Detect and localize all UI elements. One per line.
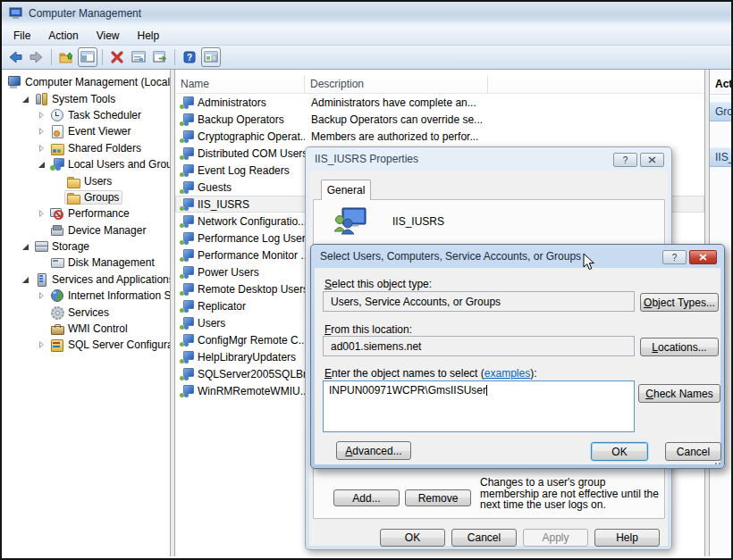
help-button[interactable]: Help <box>594 529 660 547</box>
tree-item-internet-information-services[interactable]: Internet Information Services <box>2 288 170 304</box>
close-icon[interactable] <box>689 250 717 264</box>
examples-link[interactable]: examples <box>484 367 530 380</box>
show-console-tree-button[interactable] <box>78 47 97 67</box>
tree-item-local-users-and-groups[interactable]: Local Users and Groups <box>2 156 170 172</box>
tree-item-performance[interactable]: Performance <box>2 205 170 221</box>
svg-text:?: ? <box>187 53 192 63</box>
tools-icon <box>34 93 48 105</box>
add-button[interactable]: Add... <box>333 489 400 506</box>
help-button[interactable]: ? <box>662 250 687 264</box>
help-button[interactable]: ? <box>180 47 199 67</box>
menu-view[interactable]: View <box>88 28 128 44</box>
object-type-field: Users, Service Accounts, or Groups <box>323 291 635 312</box>
properties-button[interactable] <box>129 47 148 67</box>
expander-open-icon[interactable] <box>20 240 32 253</box>
tree-item-storage[interactable]: Storage <box>2 238 170 255</box>
menu-bar: File Action View Help <box>2 26 731 46</box>
dialog-title: IIS_IUSRS Properties <box>315 153 418 165</box>
clock-icon <box>50 109 64 121</box>
expander-open-icon[interactable] <box>36 158 48 171</box>
expander-closed-icon[interactable] <box>36 339 48 351</box>
tree-item-event-viewer[interactable]: Event Viewer <box>2 123 170 139</box>
advanced-button[interactable]: Advanced... <box>336 441 411 460</box>
tree-item-sql-server-configuration[interactable]: SQL Server Configuration <box>2 337 170 353</box>
expander-spacer <box>36 322 48 335</box>
resize-grip[interactable] <box>719 463 720 464</box>
text-caret <box>486 385 487 396</box>
shared-folders-icon <box>50 142 64 155</box>
tree-item-disk-management[interactable]: Disk Management <box>2 255 170 271</box>
expander-open-icon[interactable] <box>20 273 32 286</box>
table-row[interactable]: Backup OperatorsBackup Operators can ove… <box>175 111 704 128</box>
object-names-input[interactable]: INPUN00971WCPR\GmsIISUser <box>323 380 635 432</box>
table-row[interactable]: Cryptographic Operat...Members are autho… <box>175 128 704 145</box>
group-icon <box>180 96 194 109</box>
expander-spacer <box>52 191 64 204</box>
column-header-name[interactable]: Name <box>175 75 305 93</box>
sql-icon <box>50 339 64 351</box>
expander-closed-icon[interactable] <box>36 142 48 155</box>
toolbar-separator <box>51 49 52 65</box>
menu-action[interactable]: Action <box>40 28 86 44</box>
close-icon[interactable] <box>640 153 664 167</box>
tree-item-wmi-control[interactable]: WMI Control <box>2 321 170 337</box>
locations-button[interactable]: Locations... <box>640 338 719 356</box>
tree-item-task-scheduler[interactable]: Task Scheduler <box>2 107 170 123</box>
object-type-label: Select this object type: <box>324 278 432 290</box>
column-header-filler <box>488 75 704 93</box>
back-button[interactable] <box>5 47 25 67</box>
group-icon <box>180 385 194 397</box>
menu-file[interactable]: File <box>5 28 38 44</box>
computer-icon <box>7 76 21 88</box>
users-groups-icon <box>50 158 64 171</box>
expander-closed-icon[interactable] <box>36 125 48 138</box>
tab-general[interactable]: General <box>321 180 371 200</box>
table-row[interactable]: AdministratorsAdministrators have comple… <box>175 94 704 111</box>
actions-section-iis-iusrs[interactable]: IIS_ <box>710 147 731 167</box>
expander-closed-icon[interactable] <box>36 109 48 121</box>
object-types-button[interactable]: Object Types... <box>640 293 719 312</box>
group-icon <box>180 147 194 160</box>
title-bar: Computer Management <box>2 2 731 26</box>
membership-note: Changes to a user's group membership are… <box>480 477 664 511</box>
tree-item-system-tools[interactable]: System Tools <box>2 90 170 106</box>
menu-help[interactable]: Help <box>130 28 168 44</box>
expander-closed-icon[interactable] <box>36 207 48 220</box>
group-icon <box>180 198 194 211</box>
export-list-button[interactable] <box>150 47 170 67</box>
cancel-button[interactable]: Cancel <box>451 529 517 547</box>
apply-button[interactable]: Apply <box>523 529 588 547</box>
group-icon <box>180 317 194 330</box>
gear-icon <box>50 306 64 319</box>
group-icon <box>180 130 194 143</box>
toolbar: ? <box>2 46 731 70</box>
column-header-description[interactable]: Description <box>305 75 488 93</box>
expander-closed-icon[interactable] <box>36 289 48 302</box>
help-button[interactable]: ? <box>613 153 637 167</box>
group-icon <box>180 368 194 380</box>
group-icon <box>180 164 194 177</box>
group-icon <box>180 300 194 313</box>
tree-item-services[interactable]: Services <box>2 304 170 320</box>
disk-icon <box>50 256 64 269</box>
tree-item-device-manager[interactable]: Device Manager <box>2 222 170 238</box>
show-action-pane-button[interactable] <box>201 47 221 67</box>
tree-item-services-and-applications[interactable]: Services and Applications <box>2 272 170 288</box>
delete-button[interactable] <box>107 47 127 67</box>
list-header: Name Description <box>175 75 704 94</box>
expander-open-icon[interactable] <box>20 93 32 105</box>
actions-section-groups[interactable]: Gro <box>710 102 731 121</box>
remove-button[interactable]: Remove <box>405 489 471 506</box>
tree-item-users[interactable]: Users <box>2 172 170 188</box>
tree-item-computer-management[interactable]: Computer Management (Local) <box>2 74 170 90</box>
forward-button[interactable] <box>27 47 46 67</box>
check-names-button[interactable]: Check Names <box>638 384 720 403</box>
app-computer-icon <box>9 7 23 21</box>
server-icon <box>34 273 48 286</box>
up-folder-button[interactable] <box>56 47 76 67</box>
ok-button[interactable]: OK <box>591 442 648 461</box>
tree-item-groups[interactable]: Groups <box>2 189 170 205</box>
tree-item-shared-folders[interactable]: Shared Folders <box>2 140 170 156</box>
cancel-button[interactable]: Cancel <box>665 442 721 461</box>
ok-button[interactable]: OK <box>380 529 445 547</box>
